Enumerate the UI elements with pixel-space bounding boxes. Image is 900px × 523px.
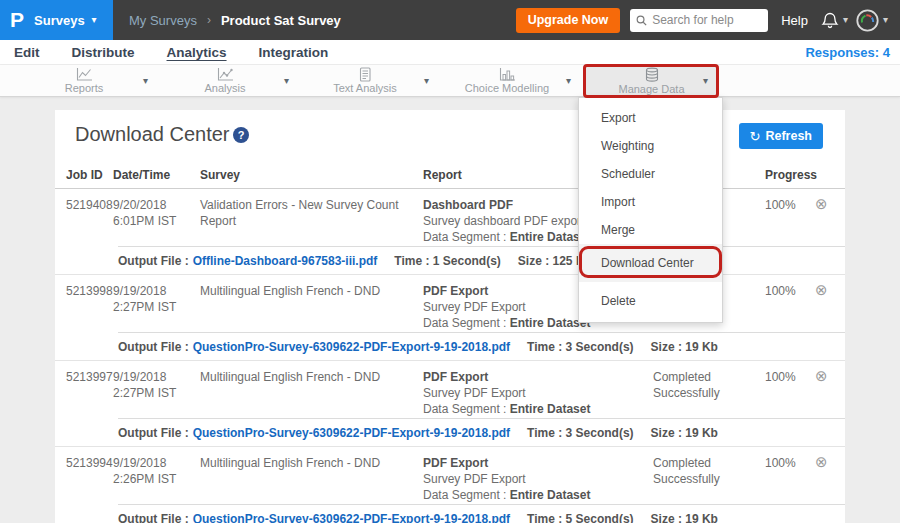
tab-distribute[interactable]: Distribute [72, 45, 135, 60]
report-cell: PDF Export Survey PDF Export Data Segmen… [423, 455, 645, 504]
output-time: Time : 3 Second(s) [527, 426, 633, 440]
output-file-row: Output File : QuestionPro-Survey-6309622… [118, 332, 845, 360]
output-file-row: Output File : Offline-Dashboard-967583-i… [118, 246, 845, 274]
refresh-label: Refresh [765, 129, 812, 143]
questionpro-logo: P [10, 8, 24, 32]
responses-count: Responses: 4 [805, 45, 890, 60]
data-segment: Data Segment : Entire Dataset [423, 401, 645, 417]
help-link[interactable]: Help [781, 13, 808, 28]
job-id-cell: 5213998 [66, 283, 114, 299]
text-document-icon [357, 67, 373, 82]
datetime-cell: 9/19/2018 2:27PM IST [113, 283, 207, 315]
breadcrumb-my-surveys[interactable]: My Surveys [129, 13, 197, 28]
avatar[interactable] [856, 9, 879, 32]
toolbar-manage-data[interactable]: Manage Data ▾ [585, 65, 718, 97]
surveys-menu-label: Surveys [34, 13, 85, 28]
search-icon [636, 14, 647, 27]
menu-item-download-center[interactable]: Download Center [579, 244, 722, 282]
help-badge-icon[interactable]: ? [233, 127, 249, 143]
report-description: Survey PDF Export [423, 471, 645, 487]
toolbar-label: Reports [65, 82, 104, 94]
cancel-job-icon[interactable]: ⊗ [815, 452, 839, 472]
table-row: 5219408 9/20/2018 6:01PM IST Validation … [55, 189, 845, 275]
breadcrumb-separator-icon: › [207, 13, 211, 27]
search-input[interactable] [652, 13, 762, 27]
progress-cell: 100% [765, 283, 807, 299]
manage-data-dropdown: Export Weighting Scheduler Import Merge … [578, 97, 723, 323]
toolbar-label: Analysis [205, 82, 246, 94]
survey-tab-nav: Edit Distribute Analytics Integration Re… [0, 40, 900, 65]
output-file-link[interactable]: QuestionPro-Survey-6309622-PDF-Export-9-… [193, 512, 510, 523]
table-row: 5213998 9/19/2018 2:27PM IST Multilingua… [55, 275, 845, 361]
output-file-row: Output File : QuestionPro-Survey-6309622… [118, 418, 845, 446]
output-size: Size : 19 Kb [651, 512, 718, 523]
job-row: 5213994 9/19/2018 2:26PM IST Multilingua… [55, 447, 845, 504]
chevron-down-icon[interactable]: ▾ [883, 15, 888, 25]
job-id-cell: 5219408 [66, 197, 114, 213]
breadcrumb-current-survey: Product Sat Survey [221, 13, 341, 28]
chevron-down-icon[interactable]: ▾ [424, 76, 429, 86]
menu-item-merge[interactable]: Merge [579, 216, 722, 244]
cancel-job-icon[interactable]: ⊗ [815, 194, 839, 214]
output-file-label: Output File : [118, 254, 189, 268]
notifications-bell-icon[interactable] [821, 11, 839, 30]
output-file-link[interactable]: Offline-Dashboard-967583-iii.pdf [193, 254, 378, 268]
output-file-link[interactable]: QuestionPro-Survey-6309622-PDF-Export-9-… [193, 426, 510, 440]
data-segment-label: Data Segment : [423, 316, 506, 330]
upgrade-now-button[interactable]: Upgrade Now [516, 8, 621, 33]
cancel-job-icon[interactable]: ⊗ [815, 280, 839, 300]
refresh-button[interactable]: ↻ Refresh [739, 123, 823, 149]
toolbar-reports[interactable]: Reports ▾ [24, 65, 144, 97]
column-date-time: Date/Time [113, 168, 170, 182]
toolbar-text-analysis[interactable]: Text Analysis ▾ [305, 65, 425, 97]
tab-edit[interactable]: Edit [14, 45, 40, 60]
report-type: PDF Export [423, 455, 645, 471]
job-row: 5213997 9/19/2018 2:27PM IST Multilingua… [55, 361, 845, 418]
data-segment-label: Data Segment : [423, 230, 506, 244]
data-segment: Data Segment : Entire Dataset [423, 487, 645, 503]
tab-analytics[interactable]: Analytics [167, 45, 227, 60]
table-header: Job ID Date/Time Survey Report Progress [55, 162, 845, 189]
chevron-down-icon[interactable]: ▾ [143, 76, 148, 86]
data-segment-label: Data Segment : [423, 402, 506, 416]
output-file-label: Output File : [118, 426, 189, 440]
output-file-link[interactable]: QuestionPro-Survey-6309622-PDF-Export-9-… [193, 340, 510, 354]
content-area: Download Center ? ↻ Refresh Job ID Date/… [0, 97, 900, 523]
toolbar-analysis[interactable]: Analysis ▾ [165, 65, 285, 97]
progress-cell: 100% [765, 455, 807, 471]
column-report: Report [423, 168, 462, 182]
menu-item-scheduler[interactable]: Scheduler [579, 160, 722, 188]
output-file-label: Output File : [118, 512, 189, 523]
progress-cell: 100% [765, 197, 807, 213]
download-center-card: Download Center ? ↻ Refresh Job ID Date/… [55, 110, 845, 523]
status-cell: Completed Successfully [653, 455, 753, 487]
chevron-down-icon[interactable]: ▾ [703, 76, 708, 86]
output-time: Time : 1 Second(s) [394, 254, 500, 268]
database-icon [644, 67, 660, 83]
help-search-box[interactable] [630, 9, 768, 32]
menu-item-export[interactable]: Export [579, 104, 722, 132]
toolbar-choice-modelling[interactable]: Choice Modelling ▾ [447, 65, 567, 97]
chevron-down-icon[interactable]: ▾ [843, 15, 848, 25]
menu-item-delete[interactable]: Delete [579, 282, 722, 320]
report-cell: PDF Export Survey PDF Export Data Segmen… [423, 369, 645, 418]
chevron-down-icon[interactable]: ▾ [284, 76, 289, 86]
job-id-cell: 5213997 [66, 369, 114, 385]
column-job-id: Job ID [66, 168, 103, 182]
output-file-row: Output File : QuestionPro-Survey-6309622… [118, 504, 845, 523]
datetime-cell: 9/19/2018 2:26PM IST [113, 455, 207, 487]
analytics-toolbar: Reports ▾ Analysis ▾ Text Analysis ▾ [0, 65, 900, 97]
datetime-cell: 9/19/2018 2:27PM IST [113, 369, 207, 401]
tab-integration[interactable]: Integration [259, 45, 329, 60]
column-progress: Progress [765, 168, 817, 182]
menu-item-import[interactable]: Import [579, 188, 722, 216]
survey-cell: Multilingual English French - DND [200, 283, 415, 299]
menu-item-weighting[interactable]: Weighting [579, 132, 722, 160]
chevron-down-icon[interactable]: ▾ [566, 76, 571, 86]
toolbar-label: Choice Modelling [465, 82, 549, 94]
table-body: 5219408 9/20/2018 6:01PM IST Validation … [55, 189, 845, 523]
progress-cell: 100% [765, 369, 807, 385]
surveys-menu[interactable]: P Surveys ▾ [0, 0, 113, 40]
data-segment-value: Entire Dataset [510, 402, 591, 416]
cancel-job-icon[interactable]: ⊗ [815, 366, 839, 386]
